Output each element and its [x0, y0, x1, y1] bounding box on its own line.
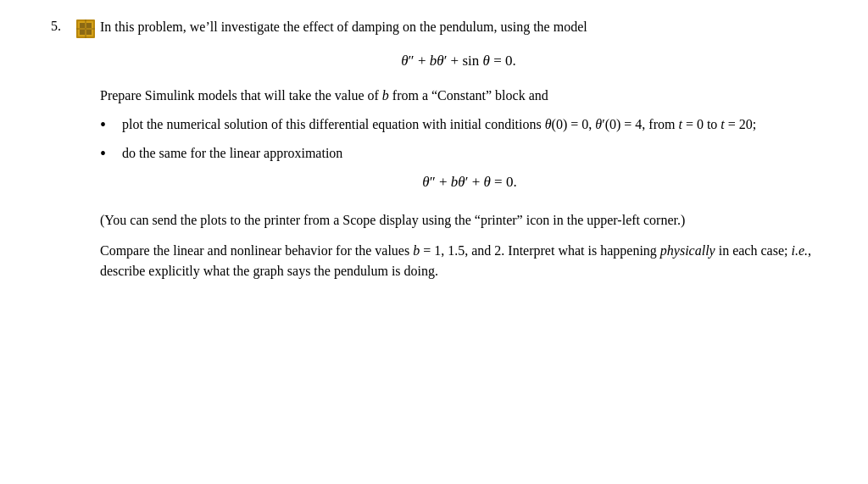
- note-text: (You can send the plots to the printer f…: [100, 210, 817, 231]
- intro-text: In this problem, we’ll investigate the e…: [100, 17, 817, 37]
- equation1: θ″ + bθ′ + sin θ = 0.: [100, 49, 817, 72]
- problem-number: 5.: [51, 17, 76, 34]
- svg-rect-4: [80, 30, 85, 35]
- svg-rect-2: [80, 23, 85, 28]
- bullet-text-2: do the same for the linear approximation…: [122, 143, 817, 202]
- compare-text: Compare the linear and nonlinear behavio…: [100, 241, 817, 281]
- svg-rect-3: [86, 23, 92, 28]
- bullet-text-1: plot the numerical solution of this diff…: [122, 114, 817, 135]
- problem-container: 5. In this problem, we’ll investigate th…: [51, 17, 817, 281]
- problem-content: In this problem, we’ll investigate the e…: [100, 17, 817, 281]
- bullet-dot-1: •: [100, 114, 117, 135]
- bullet-item-1: • plot the numerical solution of this di…: [100, 114, 817, 135]
- bullet-dot-2: •: [100, 143, 117, 164]
- bullet-list: • plot the numerical solution of this di…: [100, 114, 817, 202]
- equation2: θ″ + bθ′ + θ = 0.: [122, 170, 817, 193]
- prepare-text: Prepare Simulink models that will take t…: [100, 86, 817, 106]
- problem-icon: [76, 19, 95, 42]
- bullet-item-2: • do the same for the linear approximati…: [100, 143, 817, 202]
- svg-rect-5: [86, 30, 92, 35]
